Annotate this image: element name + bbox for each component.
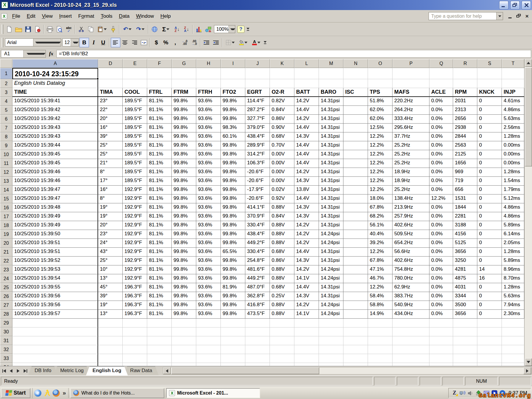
cell-A9[interactable]: 10/25/2010 15:39:44 (12, 141, 98, 150)
cell-O10[interactable]: 12.2% (368, 150, 392, 159)
column-header-T[interactable]: T (502, 59, 524, 68)
cell-G20[interactable]: 99.8% (172, 239, 196, 248)
cell-A4[interactable]: 10/25/2010 15:39:41 (12, 97, 98, 106)
cell-Q7[interactable]: 0.0% (429, 124, 453, 132)
cell-O18[interactable]: 56.1% (368, 221, 392, 230)
cell-E29[interactable] (123, 319, 147, 327)
cell-S33[interactable] (477, 354, 502, 363)
cell-P11[interactable]: 25.2Hz (392, 159, 429, 168)
row-header-30[interactable]: 30 (0, 327, 12, 336)
menu-tools[interactable]: Tools (98, 12, 116, 21)
cell-E20[interactable]: 192.9°F (123, 239, 147, 248)
aim-running-man-icon[interactable] (44, 390, 50, 397)
cell-O16[interactable]: 67.8% (368, 203, 392, 212)
cell-S18[interactable]: 0 (477, 221, 502, 230)
cell-N11[interactable] (343, 159, 368, 168)
cell-I16[interactable]: 99.8% (221, 203, 245, 212)
redo-button[interactable]: ↷ (134, 25, 147, 34)
cell-H9[interactable]: 93.6% (196, 141, 221, 150)
cell-K16[interactable]: 0.88V (270, 203, 294, 212)
bold-button[interactable]: B (80, 38, 89, 47)
cell-F30[interactable] (147, 327, 172, 336)
cell-A16[interactable]: 10/25/2010 15:39:48 (12, 203, 98, 212)
cell-D18[interactable]: 20° (98, 221, 123, 230)
row-header-4[interactable]: 4 (0, 97, 12, 106)
cell-L30[interactable] (294, 327, 319, 336)
cell-L9[interactable]: 14.4V (294, 141, 319, 150)
cell-J8[interactable]: 438.4°F (245, 132, 270, 141)
cell-A32[interactable] (12, 345, 98, 354)
cell-T10[interactable]: 0.00ms (502, 150, 524, 159)
cell-I13[interactable]: 99.8% (221, 177, 245, 186)
cell-R29[interactable] (453, 319, 477, 327)
cell-N9[interactable] (343, 141, 368, 150)
cell-K25[interactable]: 0.68V (270, 283, 294, 292)
decrease-indent-button[interactable] (202, 38, 211, 47)
cell-L24[interactable]: 14.1V (294, 274, 319, 283)
cell-H10[interactable]: 93.6% (196, 150, 221, 159)
quick-launch-overflow-chevron[interactable]: » (62, 390, 66, 396)
cell-M10[interactable]: 14.31psi (319, 150, 343, 159)
row-header-8[interactable]: 8 (0, 132, 12, 141)
cell-S25[interactable]: 0 (477, 283, 502, 292)
cell-K11[interactable]: 0.00V (270, 159, 294, 168)
cell-L31[interactable] (294, 336, 319, 345)
cell-N25[interactable] (343, 283, 368, 292)
cell-T14[interactable]: 1.79ms (502, 186, 524, 194)
row-header-15[interactable]: 15 (0, 194, 12, 203)
cell-S32[interactable] (477, 345, 502, 354)
cell-A2[interactable]: English Units Datalog (12, 79, 98, 88)
close-button[interactable] (522, 1, 531, 9)
cell-M9[interactable]: 14.31psi (319, 141, 343, 150)
cell-I28[interactable]: 99.8% (221, 310, 245, 319)
cell-K10[interactable]: 0.00V (270, 150, 294, 159)
cell-L5[interactable]: 14.4V (294, 106, 319, 115)
cell-J29[interactable] (245, 319, 270, 327)
cell-R6[interactable]: 2656 (453, 115, 477, 124)
cell-A21[interactable]: 10/25/2010 15:39:51 (12, 248, 98, 257)
formula-input[interactable]: ='DB Info'!B2 (56, 50, 531, 58)
cell-K30[interactable] (270, 327, 294, 336)
cell-L8[interactable]: 14.3V (294, 132, 319, 141)
cell-K13[interactable]: 0.00V (270, 177, 294, 186)
cell-Q17[interactable]: 0.0% (429, 212, 453, 221)
cell-K28[interactable]: 0.88V (270, 310, 294, 319)
row-header-32[interactable]: 32 (0, 345, 12, 354)
cell-Q6[interactable]: 0.0% (429, 115, 453, 124)
cell-D28[interactable]: 13° (98, 310, 123, 319)
cell-Q10[interactable]: 0.0% (429, 150, 453, 159)
next-sheet-button[interactable] (15, 367, 22, 375)
cell-R1[interactable] (453, 68, 477, 79)
cell-J16[interactable]: 414.1°F (245, 203, 270, 212)
cell-G25[interactable]: 99.8% (172, 283, 196, 292)
row-header-10[interactable]: 10 (0, 150, 12, 159)
scroll-right-button[interactable] (523, 367, 531, 374)
cell-E32[interactable] (123, 345, 147, 354)
column-header-Q[interactable]: Q (429, 59, 453, 68)
paste-button[interactable] (95, 25, 108, 34)
cell-S27[interactable]: 0 (477, 301, 502, 310)
decrease-decimal-button[interactable]: .00→.0 (189, 38, 199, 47)
cell-K20[interactable]: 0.88V (270, 239, 294, 248)
name-box[interactable]: A1 (1, 50, 46, 58)
cell-N27[interactable] (343, 301, 368, 310)
cell-P7[interactable]: 295.6Hz (392, 124, 429, 132)
cell-H12[interactable]: 93.6% (196, 168, 221, 177)
cell-M17[interactable]: 14.31psi (319, 212, 343, 221)
cell-K18[interactable]: 0.88V (270, 221, 294, 230)
cell-S31[interactable] (477, 336, 502, 345)
cell-S14[interactable]: 0 (477, 186, 502, 194)
fx-icon[interactable]: fx (47, 51, 56, 57)
cell-P14[interactable]: 25.2Hz (392, 186, 429, 194)
menu-edit[interactable]: Edit (23, 12, 38, 21)
row-header-14[interactable]: 14 (0, 186, 12, 194)
cell-J23[interactable]: 481.6°F (245, 265, 270, 274)
cell-S15[interactable]: 0 (477, 194, 502, 203)
align-left-button[interactable] (111, 38, 120, 47)
scroll-left-button[interactable] (163, 367, 171, 374)
cell-G34[interactable] (172, 363, 196, 366)
cell-G14[interactable]: 99.8% (172, 186, 196, 194)
cell-R32[interactable] (453, 345, 477, 354)
workbook-close-button[interactable]: × (523, 13, 531, 20)
cell-R21[interactable]: 3656 (453, 248, 477, 257)
